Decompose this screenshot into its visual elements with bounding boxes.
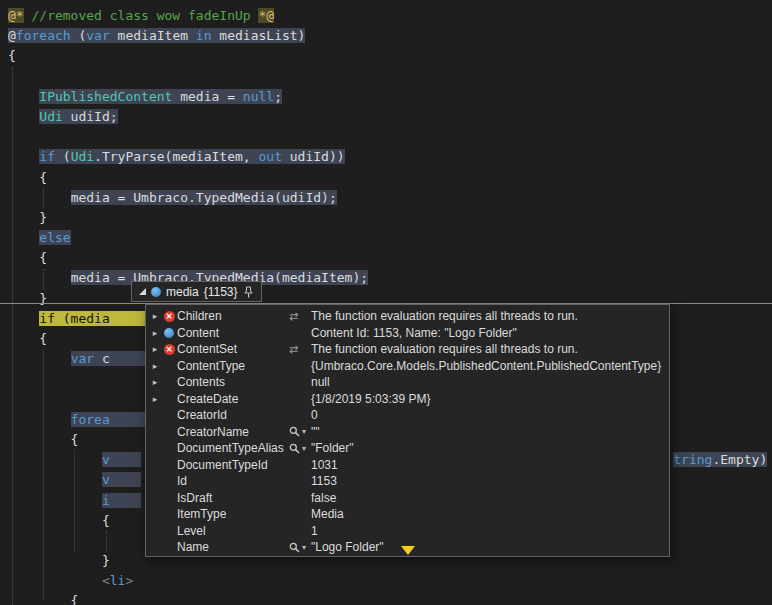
- property-value: null: [311, 375, 330, 389]
- code-line[interactable]: {: [8, 591, 772, 605]
- code-token: out: [258, 149, 281, 164]
- property-name: Level: [177, 524, 289, 538]
- datatip-row[interactable]: DocumentTypeAlias▾"Folder": [146, 440, 669, 457]
- datatip-row[interactable]: IsDraftfalse: [146, 490, 669, 507]
- datatip-row[interactable]: ▸ContentType{Umbraco.Core.Models.Publish…: [146, 358, 669, 375]
- property-value: 1153: [311, 474, 337, 488]
- code-line[interactable]: [8, 127, 772, 147]
- datatip-header[interactable]: media {1153}: [131, 281, 262, 302]
- indent-guide: [12, 67, 13, 605]
- code-token: [8, 493, 102, 508]
- code-token: Udi: [39, 109, 62, 124]
- value-icon-cell: ▾: [289, 542, 311, 553]
- property-name: Contents: [177, 375, 289, 389]
- code-token: v: [102, 452, 110, 467]
- code-line[interactable]: {: [8, 46, 772, 66]
- code-token: c: [94, 351, 110, 366]
- property-name: CreateDate: [177, 392, 289, 406]
- refresh-evaluate-icon[interactable]: ⇄: [289, 311, 298, 322]
- pin-icon[interactable]: [243, 286, 254, 298]
- code-token: }: [8, 553, 110, 568]
- code-token: .Empty): [712, 452, 767, 467]
- code-token: [8, 412, 71, 427]
- code-line[interactable]: else: [8, 228, 772, 248]
- dropdown-caret-icon[interactable]: ▾: [302, 444, 306, 453]
- row-expander-icon[interactable]: ▸: [149, 394, 161, 404]
- value-icon-cell: ⇄: [289, 311, 311, 322]
- code-token: mediasList): [212, 28, 306, 43]
- row-expander-icon[interactable]: ▸: [149, 328, 161, 338]
- code-token: i: [102, 493, 110, 508]
- row-icon-cell: ✕: [161, 311, 177, 322]
- code-line[interactable]: {: [8, 248, 772, 268]
- code-line[interactable]: media = Umbraco.TypedMedia(mediaItem);: [8, 268, 772, 288]
- row-expander-icon[interactable]: ▸: [149, 311, 161, 321]
- code-token: //removed class wow fadeInUp: [24, 8, 259, 23]
- magnifier-icon[interactable]: [289, 426, 300, 437]
- code-line[interactable]: IPublishedContent media = null;: [8, 87, 772, 107]
- code-token: <: [102, 573, 110, 588]
- magnifier-icon[interactable]: [289, 542, 300, 553]
- code-token: [8, 452, 102, 467]
- datatip-row[interactable]: Id1153: [146, 473, 669, 490]
- property-name: IsDraft: [177, 491, 289, 505]
- code-token: IPublishedContent: [39, 89, 172, 104]
- code-line[interactable]: @foreach (var mediaItem in mediasList): [8, 26, 772, 46]
- datatip-row[interactable]: ItemTypeMedia: [146, 506, 669, 523]
- code-line[interactable]: }: [8, 208, 772, 228]
- datatip-variable-name: media: [166, 285, 199, 299]
- datatip-row[interactable]: Level1: [146, 523, 669, 540]
- scroll-more-icon[interactable]: [401, 546, 415, 555]
- dropdown-caret-icon[interactable]: ▾: [302, 543, 306, 552]
- row-expander-icon[interactable]: ▸: [149, 377, 161, 387]
- code-token: v: [102, 472, 110, 487]
- indent-guide: [43, 188, 44, 208]
- object-icon: [151, 287, 161, 297]
- property-name: DocumentTypeAlias: [177, 441, 289, 455]
- code-token: udiId;: [63, 109, 118, 124]
- code-token: media = Umbraco.TypedMedia(udiId);: [71, 190, 337, 205]
- magnifier-icon[interactable]: [289, 443, 300, 454]
- code-line[interactable]: [8, 67, 772, 87]
- code-line[interactable]: {: [8, 168, 772, 188]
- code-token: null: [243, 89, 274, 104]
- property-value: The function evaluation requires all thr…: [311, 342, 578, 356]
- object-icon: [164, 328, 174, 338]
- code-token: foreach: [16, 28, 71, 43]
- datatip-row[interactable]: ▸✕ContentSet⇄The function evaluation req…: [146, 341, 669, 358]
- datatip-row[interactable]: ▸✕Children⇄The function evaluation requi…: [146, 308, 669, 325]
- code-token: if: [39, 149, 55, 164]
- code-line[interactable]: if (Udi.TryParse(mediaItem, out udiId)): [8, 147, 772, 167]
- code-token: Udi: [71, 149, 94, 164]
- property-value: 0: [311, 408, 318, 422]
- code-token: }: [8, 210, 47, 225]
- row-icon-cell: ✕: [161, 344, 177, 355]
- code-token: {: [8, 48, 16, 63]
- expander-expanded-icon[interactable]: [139, 288, 146, 295]
- datatip-value-preview: {1153}: [204, 285, 238, 299]
- indent-guide: [43, 349, 44, 600]
- code-line[interactable]: Udi udiId;: [8, 107, 772, 127]
- code-line[interactable]: @* //removed class wow fadeInUp *@: [8, 6, 772, 26]
- datatip-row[interactable]: ▸ContentContent Id: 1153, Name: "Logo Fo…: [146, 325, 669, 342]
- row-icon-cell: [161, 328, 177, 338]
- row-expander-icon[interactable]: ▸: [149, 344, 161, 354]
- code-line[interactable]: <li>: [8, 571, 772, 591]
- property-value: Media: [311, 507, 344, 521]
- datatip-row[interactable]: ▸CreateDate{1/8/2019 5:03:39 PM}: [146, 391, 669, 408]
- datatip-row[interactable]: DocumentTypeId1031: [146, 457, 669, 474]
- datatip-row[interactable]: CreatorName▾"": [146, 424, 669, 441]
- row-expander-icon[interactable]: ▸: [149, 361, 161, 371]
- property-name: ContentSet: [177, 342, 289, 356]
- indent-guide: [43, 269, 44, 289]
- datatip-row[interactable]: CreatorId0: [146, 407, 669, 424]
- code-token: {: [8, 170, 47, 185]
- code-token: {: [8, 250, 47, 265]
- code-token: tring: [673, 452, 712, 467]
- refresh-evaluate-icon[interactable]: ⇄: [289, 344, 298, 355]
- dropdown-caret-icon[interactable]: ▾: [302, 427, 306, 436]
- property-name: Content: [177, 326, 289, 340]
- datatip-row[interactable]: ▸Contentsnull: [146, 374, 669, 391]
- value-icon-cell: ⇄: [289, 344, 311, 355]
- code-line[interactable]: media = Umbraco.TypedMedia(udiId);: [8, 188, 772, 208]
